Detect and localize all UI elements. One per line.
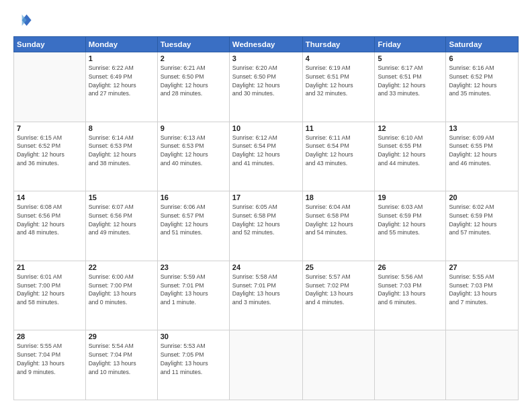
day-number: 28 (17, 332, 83, 340)
day-cell: 8Sunrise: 6:14 AM Sunset: 6:53 PM Daylig… (85, 122, 157, 191)
day-cell: 10Sunrise: 6:12 AM Sunset: 6:54 PM Dayli… (229, 122, 302, 191)
day-info: Sunrise: 5:56 AM Sunset: 7:03 PM Dayligh… (378, 273, 443, 307)
day-number: 14 (17, 193, 83, 201)
logo (13, 11, 35, 30)
calendar-table: SundayMondayTuesdayWednesdayThursdayFrid… (13, 36, 519, 400)
logo-icon (13, 11, 32, 30)
day-info: Sunrise: 5:55 AM Sunset: 7:04 PM Dayligh… (17, 342, 83, 376)
day-number: 29 (89, 332, 154, 340)
page: SundayMondayTuesdayWednesdayThursdayFrid… (0, 0, 532, 411)
week-row-3: 21Sunrise: 6:01 AM Sunset: 7:00 PM Dayli… (14, 261, 519, 330)
day-number: 19 (378, 193, 443, 201)
day-number: 11 (306, 124, 372, 132)
day-number: 18 (306, 193, 372, 201)
day-info: Sunrise: 6:20 AM Sunset: 6:50 PM Dayligh… (232, 64, 300, 98)
day-number: 20 (449, 193, 515, 201)
day-cell: 15Sunrise: 6:07 AM Sunset: 6:56 PM Dayli… (85, 191, 157, 261)
day-cell: 11Sunrise: 6:11 AM Sunset: 6:54 PM Dayli… (302, 122, 375, 191)
day-cell: 28Sunrise: 5:55 AM Sunset: 7:04 PM Dayli… (14, 330, 86, 400)
day-number: 23 (161, 263, 226, 271)
day-cell: 13Sunrise: 6:09 AM Sunset: 6:55 PM Dayli… (446, 122, 519, 191)
day-cell: 1Sunrise: 6:22 AM Sunset: 6:49 PM Daylig… (85, 52, 157, 122)
day-info: Sunrise: 5:54 AM Sunset: 7:04 PM Dayligh… (89, 342, 154, 376)
day-cell (375, 330, 446, 400)
day-number: 10 (232, 124, 300, 132)
day-number: 9 (161, 124, 226, 132)
day-number: 17 (232, 193, 300, 201)
day-info: Sunrise: 6:19 AM Sunset: 6:51 PM Dayligh… (306, 64, 372, 98)
day-info: Sunrise: 6:14 AM Sunset: 6:53 PM Dayligh… (89, 134, 154, 168)
week-row-4: 28Sunrise: 5:55 AM Sunset: 7:04 PM Dayli… (14, 330, 519, 400)
day-number: 8 (89, 124, 154, 132)
day-info: Sunrise: 6:17 AM Sunset: 6:51 PM Dayligh… (378, 64, 443, 98)
day-cell: 20Sunrise: 6:02 AM Sunset: 6:59 PM Dayli… (446, 191, 519, 261)
day-info: Sunrise: 6:05 AM Sunset: 6:58 PM Dayligh… (232, 203, 300, 237)
day-number: 26 (378, 263, 443, 271)
day-cell: 24Sunrise: 5:58 AM Sunset: 7:01 PM Dayli… (229, 261, 302, 330)
day-cell: 2Sunrise: 6:21 AM Sunset: 6:50 PM Daylig… (157, 52, 229, 122)
day-number: 24 (232, 263, 300, 271)
day-number: 2 (161, 54, 226, 62)
day-info: Sunrise: 6:10 AM Sunset: 6:55 PM Dayligh… (378, 134, 443, 168)
day-number: 15 (89, 193, 154, 201)
day-cell (229, 330, 302, 400)
week-row-0: 1Sunrise: 6:22 AM Sunset: 6:49 PM Daylig… (14, 52, 519, 122)
day-cell: 17Sunrise: 6:05 AM Sunset: 6:58 PM Dayli… (229, 191, 302, 261)
day-number: 30 (161, 332, 226, 340)
day-cell: 7Sunrise: 6:15 AM Sunset: 6:52 PM Daylig… (14, 122, 86, 191)
header (13, 11, 519, 30)
day-cell: 9Sunrise: 6:13 AM Sunset: 6:53 PM Daylig… (157, 122, 229, 191)
day-cell: 4Sunrise: 6:19 AM Sunset: 6:51 PM Daylig… (302, 52, 375, 122)
day-cell: 26Sunrise: 5:56 AM Sunset: 7:03 PM Dayli… (375, 261, 446, 330)
week-row-1: 7Sunrise: 6:15 AM Sunset: 6:52 PM Daylig… (14, 122, 519, 191)
header-cell-monday: Monday (85, 37, 157, 52)
day-cell: 30Sunrise: 5:53 AM Sunset: 7:05 PM Dayli… (157, 330, 229, 400)
day-cell: 5Sunrise: 6:17 AM Sunset: 6:51 PM Daylig… (375, 52, 446, 122)
day-cell (446, 330, 519, 400)
day-number: 3 (232, 54, 300, 62)
day-cell: 6Sunrise: 6:16 AM Sunset: 6:52 PM Daylig… (446, 52, 519, 122)
day-info: Sunrise: 6:03 AM Sunset: 6:59 PM Dayligh… (378, 203, 443, 237)
header-cell-sunday: Sunday (14, 37, 86, 52)
day-number: 6 (449, 54, 515, 62)
day-info: Sunrise: 5:53 AM Sunset: 7:05 PM Dayligh… (161, 342, 226, 376)
day-info: Sunrise: 5:59 AM Sunset: 7:01 PM Dayligh… (161, 273, 226, 307)
day-cell: 16Sunrise: 6:06 AM Sunset: 6:57 PM Dayli… (157, 191, 229, 261)
day-cell: 25Sunrise: 5:57 AM Sunset: 7:02 PM Dayli… (302, 261, 375, 330)
day-cell: 14Sunrise: 6:08 AM Sunset: 6:56 PM Dayli… (14, 191, 86, 261)
header-cell-saturday: Saturday (446, 37, 519, 52)
day-info: Sunrise: 6:15 AM Sunset: 6:52 PM Dayligh… (17, 134, 83, 168)
day-info: Sunrise: 6:09 AM Sunset: 6:55 PM Dayligh… (449, 134, 515, 168)
day-number: 12 (378, 124, 443, 132)
day-number: 7 (17, 124, 83, 132)
day-number: 13 (449, 124, 515, 132)
day-cell: 21Sunrise: 6:01 AM Sunset: 7:00 PM Dayli… (14, 261, 86, 330)
day-info: Sunrise: 6:11 AM Sunset: 6:54 PM Dayligh… (306, 134, 372, 168)
header-cell-wednesday: Wednesday (229, 37, 302, 52)
day-info: Sunrise: 6:16 AM Sunset: 6:52 PM Dayligh… (449, 64, 515, 98)
day-cell: 18Sunrise: 6:04 AM Sunset: 6:58 PM Dayli… (302, 191, 375, 261)
day-number: 25 (306, 263, 372, 271)
day-info: Sunrise: 6:13 AM Sunset: 6:53 PM Dayligh… (161, 134, 226, 168)
header-row: SundayMondayTuesdayWednesdayThursdayFrid… (14, 37, 519, 52)
day-cell (14, 52, 86, 122)
day-cell (302, 330, 375, 400)
day-info: Sunrise: 6:08 AM Sunset: 6:56 PM Dayligh… (17, 203, 83, 237)
day-number: 27 (449, 263, 515, 271)
day-info: Sunrise: 5:55 AM Sunset: 7:03 PM Dayligh… (449, 273, 515, 307)
day-info: Sunrise: 6:12 AM Sunset: 6:54 PM Dayligh… (232, 134, 300, 168)
header-cell-thursday: Thursday (302, 37, 375, 52)
day-info: Sunrise: 5:58 AM Sunset: 7:01 PM Dayligh… (232, 273, 300, 307)
day-info: Sunrise: 5:57 AM Sunset: 7:02 PM Dayligh… (306, 273, 372, 307)
day-info: Sunrise: 6:02 AM Sunset: 6:59 PM Dayligh… (449, 203, 515, 237)
day-info: Sunrise: 6:00 AM Sunset: 7:00 PM Dayligh… (89, 273, 154, 307)
header-cell-tuesday: Tuesday (157, 37, 229, 52)
day-number: 5 (378, 54, 443, 62)
day-info: Sunrise: 6:07 AM Sunset: 6:56 PM Dayligh… (89, 203, 154, 237)
day-cell: 19Sunrise: 6:03 AM Sunset: 6:59 PM Dayli… (375, 191, 446, 261)
day-number: 22 (89, 263, 154, 271)
day-info: Sunrise: 6:22 AM Sunset: 6:49 PM Dayligh… (89, 64, 154, 98)
day-number: 4 (306, 54, 372, 62)
day-number: 21 (17, 263, 83, 271)
week-row-2: 14Sunrise: 6:08 AM Sunset: 6:56 PM Dayli… (14, 191, 519, 261)
